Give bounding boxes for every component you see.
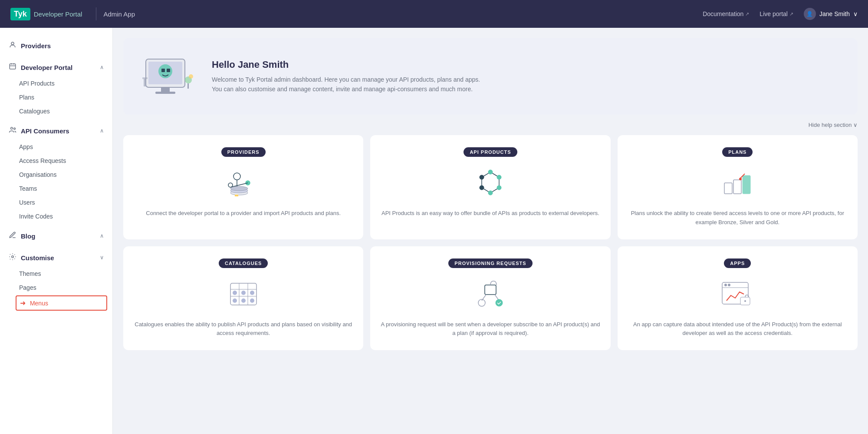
- user-menu-chevron: ∨: [853, 10, 858, 17]
- blog-chevron: ∧: [100, 233, 104, 239]
- user-menu[interactable]: 👤 Jane Smith ∨: [804, 8, 858, 20]
- welcome-description-2: You can also customise and manage conten…: [212, 84, 480, 94]
- svg-point-7: [12, 256, 14, 258]
- nav-divider: [96, 7, 96, 20]
- welcome-banner: Hello Jane Smith Welcome to Tyk Portal a…: [123, 38, 858, 115]
- cards-grid: PROVIDERS Connect the developer por: [123, 135, 858, 350]
- svg-point-18: [189, 74, 193, 79]
- card-desc-provisioning: A provisioning request will be sent when…: [381, 320, 600, 338]
- svg-point-45: [233, 291, 237, 295]
- card-icon-plans: [716, 166, 759, 200]
- sidebar-item-themes[interactable]: Themes: [0, 267, 112, 281]
- card-icon-apps: [716, 277, 759, 311]
- svg-point-59: [728, 284, 730, 286]
- svg-rect-36: [724, 183, 732, 194]
- sidebar-item-catalogues[interactable]: Catalogues: [0, 104, 112, 118]
- card-badge-provisioning: PROVISIONING REQUESTS: [448, 258, 532, 268]
- blog-icon: [9, 231, 16, 241]
- sidebar-item-organisations[interactable]: Organisations: [0, 168, 112, 182]
- topnav: Tyk Developer Portal Admin App Documenta…: [0, 0, 868, 28]
- sidebar-item-api-products[interactable]: API Products: [0, 76, 112, 90]
- documentation-link[interactable]: Documentation ↗: [703, 10, 749, 17]
- sidebar-item-invite-codes[interactable]: Invite Codes: [0, 209, 112, 223]
- sidebar-item-apps[interactable]: Apps: [0, 140, 112, 154]
- welcome-greeting: Hello Jane Smith: [212, 59, 480, 70]
- card-plans: PLANS Plans unlock the ability to create…: [618, 135, 858, 239]
- svg-rect-11: [155, 92, 175, 94]
- card-desc-providers: Connect the developer portal to a provid…: [146, 209, 341, 218]
- sidebar-item-plans[interactable]: Plans: [0, 90, 112, 104]
- main-content: Hello Jane Smith Welcome to Tyk Portal a…: [113, 28, 868, 434]
- sidebar-section-api-consumers: API Consumers ∧ Apps Access Requests Org…: [0, 120, 112, 225]
- card-providers: PROVIDERS Connect the developer por: [123, 135, 363, 239]
- sidebar-item-blog[interactable]: Blog ∧: [0, 227, 112, 245]
- sidebar-item-customise[interactable]: Customise ∨: [0, 248, 112, 267]
- welcome-illustration: [137, 50, 198, 103]
- sidebar-item-teams[interactable]: Teams: [0, 182, 112, 195]
- sidebar-section-developer-portal: Developer Portal ∧ API Products Plans Ca…: [0, 56, 112, 120]
- svg-rect-1: [10, 64, 16, 69]
- welcome-description-1: Welcome to Tyk Portal admin dashboard. H…: [212, 75, 480, 84]
- svg-point-47: [250, 291, 254, 295]
- arrow-indicator: ➜: [20, 299, 26, 307]
- api-consumers-chevron: ∧: [100, 128, 104, 134]
- card-icon-api-products: [469, 166, 512, 200]
- user-name: Jane Smith: [819, 10, 850, 17]
- live-portal-link[interactable]: Live portal ↗: [760, 10, 793, 17]
- customise-icon: [9, 253, 16, 262]
- svg-point-39: [739, 178, 742, 180]
- card-icon-catalogues: [222, 277, 265, 311]
- sidebar-item-menus[interactable]: ➜ Menus: [16, 295, 107, 311]
- sidebar-item-access-requests[interactable]: Access Requests: [0, 154, 112, 168]
- svg-point-33: [488, 191, 493, 195]
- sidebar-section-customise: Customise ∨ Themes Pages ➜ Menus: [0, 247, 112, 313]
- svg-point-61: [744, 300, 746, 302]
- sidebar-section-blog: Blog ∧: [0, 225, 112, 247]
- svg-rect-19: [187, 83, 189, 89]
- card-icon-provisioning: [469, 277, 512, 311]
- providers-label: Providers: [21, 42, 51, 50]
- sidebar-item-providers[interactable]: Providers: [0, 36, 112, 55]
- svg-rect-13: [161, 69, 165, 72]
- topnav-right: Documentation ↗ Live portal ↗ 👤 Jane Smi…: [703, 8, 858, 20]
- card-badge-providers: PROVIDERS: [221, 147, 266, 157]
- svg-point-48: [233, 298, 237, 303]
- card-badge-api-products: API PRODUCTS: [464, 147, 517, 157]
- logo[interactable]: Tyk Developer Portal: [10, 8, 82, 20]
- svg-marker-29: [482, 172, 499, 193]
- sidebar-item-developer-portal[interactable]: Developer Portal ∧: [0, 58, 112, 76]
- svg-point-58: [724, 284, 727, 286]
- card-api-products: API PRODUCTS API Products is an easy way…: [370, 135, 610, 239]
- hide-help-button[interactable]: Hide help section ∨: [123, 122, 858, 128]
- svg-point-5: [11, 127, 13, 129]
- developer-portal-icon: [9, 63, 16, 72]
- svg-point-31: [497, 175, 501, 179]
- sidebar: Providers Developer Portal ∧ API Product…: [0, 28, 113, 434]
- svg-point-49: [241, 298, 246, 303]
- svg-rect-16: [142, 77, 148, 79]
- developer-portal-label: Developer Portal: [21, 64, 72, 71]
- card-desc-api-products: API Products is an easy way to offer bun…: [381, 209, 599, 218]
- external-link-icon: ↗: [745, 11, 749, 17]
- sidebar-item-pages[interactable]: Pages: [0, 281, 112, 295]
- sidebar-item-users[interactable]: Users: [0, 195, 112, 209]
- api-consumers-label: API Consumers: [21, 127, 69, 135]
- svg-point-35: [480, 175, 484, 179]
- svg-point-30: [488, 170, 493, 174]
- svg-rect-37: [733, 180, 741, 194]
- app-label: Admin App: [103, 10, 135, 18]
- svg-point-55: [496, 299, 503, 306]
- card-desc-plans: Plans unlock the ability to create tiere…: [628, 209, 847, 227]
- card-icon-providers: [222, 166, 265, 200]
- sidebar-section-providers: Providers: [0, 35, 112, 56]
- svg-point-50: [250, 298, 254, 303]
- svg-rect-38: [743, 176, 750, 194]
- svg-rect-28: [235, 195, 238, 196]
- card-desc-apps: An app can capture data about intended u…: [628, 320, 847, 338]
- svg-point-20: [233, 173, 240, 180]
- sidebar-item-api-consumers[interactable]: API Consumers ∧: [0, 122, 112, 140]
- card-catalogues: CATALOGUES: [123, 246, 363, 351]
- svg-point-6: [14, 128, 16, 129]
- svg-rect-51: [485, 285, 496, 295]
- api-consumers-icon: [9, 126, 16, 136]
